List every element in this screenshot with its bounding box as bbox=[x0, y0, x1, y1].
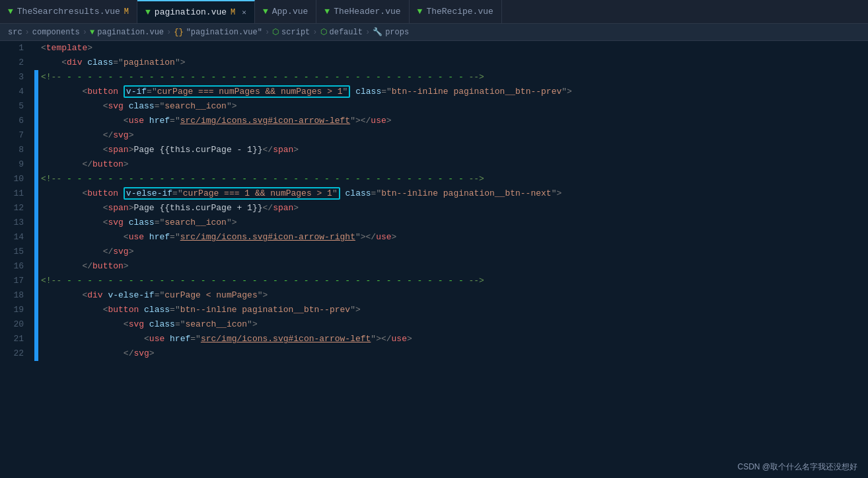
code-line-1: 1 <template> bbox=[0, 41, 868, 56]
line-num-15: 15 bbox=[0, 245, 34, 259]
line-content-16: </button> bbox=[38, 259, 868, 274]
line-num-17: 17 bbox=[0, 274, 34, 288]
line-content-5: <svg class="search__icon"> bbox=[38, 99, 868, 114]
breadcrumb-object-icon: {} bbox=[174, 28, 183, 37]
code-line-16: 16 </button> bbox=[0, 259, 868, 274]
code-line-15: 15 </svg> bbox=[0, 245, 868, 259]
line-content-21: <use href="src/img/icons.svg#icon-arrow-… bbox=[38, 332, 868, 346]
breadcrumb-script: script bbox=[281, 28, 310, 37]
code-line-7: 7 </svg> bbox=[0, 128, 868, 143]
tab-label-header: TheHeader.vue bbox=[334, 7, 400, 17]
code-line-2: 2 <div class="pagination"> bbox=[0, 56, 868, 70]
line-num-6: 6 bbox=[0, 114, 34, 128]
line-num-11: 11 bbox=[0, 186, 34, 201]
line-content-18: <div v-else-if="curPage < numPages"> bbox=[38, 288, 868, 303]
watermark: CSDN @取个什么名字我还没想好 bbox=[737, 461, 857, 473]
line-content-14: <use href="src/img/icons.svg#icon-arrow-… bbox=[38, 230, 868, 245]
code-line-17: 17 <!-- - - - - - - - - - - - - - - - - … bbox=[0, 274, 868, 288]
code-area: 1 <template> 2 <div class="pagination"> … bbox=[0, 41, 868, 478]
line-num-14: 14 bbox=[0, 230, 34, 245]
line-content-4: <button v-if="curPage === numPages && nu… bbox=[38, 85, 868, 99]
breadcrumb-props: props bbox=[385, 28, 409, 37]
line-content-20: <svg class="search__icon"> bbox=[38, 317, 868, 332]
tab-pagination[interactable]: ▼ pagination.vue M ✕ bbox=[137, 0, 255, 23]
tab-recipe[interactable]: ▼ TheRecipe.vue bbox=[410, 0, 502, 23]
line-num-10: 10 bbox=[0, 172, 34, 186]
line-content-13: <svg class="search__icon"> bbox=[38, 216, 868, 230]
line-content-11: <button v-else-if="curPage === 1 && numP… bbox=[38, 186, 868, 201]
line-num-22: 22 bbox=[0, 346, 34, 361]
code-line-3: 3 <!-- - - - - - - - - - - - - - - - - -… bbox=[0, 70, 868, 85]
code-line-22: 22 </svg> bbox=[0, 346, 868, 361]
vue-icon-header: ▼ bbox=[324, 7, 330, 17]
line-num-4: 4 bbox=[0, 85, 34, 99]
code-line-20: 20 <svg class="search__icon"> bbox=[0, 317, 868, 332]
code-line-11: 11 <button v-else-if="curPage === 1 && n… bbox=[0, 186, 868, 201]
tab-app[interactable]: ▼ App.vue bbox=[255, 0, 316, 23]
tab-label-app: App.vue bbox=[272, 7, 308, 17]
vue-icon-recipe: ▼ bbox=[417, 7, 423, 17]
breadcrumb: src › components › ▼ pagination.vue › {}… bbox=[0, 24, 868, 41]
line-num-2: 2 bbox=[0, 56, 34, 70]
code-line-9: 9 </button> bbox=[0, 157, 868, 172]
line-num-7: 7 bbox=[0, 128, 34, 143]
line-num-12: 12 bbox=[0, 201, 34, 216]
code-line-8: 8 <span>Page {{this.curPage - 1}}</span> bbox=[0, 143, 868, 157]
breadcrumb-vue-icon: ▼ bbox=[90, 28, 94, 37]
line-content-10: <!-- - - - - - - - - - - - - - - - - - -… bbox=[38, 172, 868, 186]
tab-label-recipe: TheRecipe.vue bbox=[426, 7, 493, 17]
line-content-3: <!-- - - - - - - - - - - - - - - - - - -… bbox=[38, 70, 868, 85]
breadcrumb-props-icon: 🔧 bbox=[373, 27, 382, 37]
tab-label-search-results: TheSearchresults.vue bbox=[17, 7, 120, 17]
code-line-18: 18 <div v-else-if="curPage < numPages"> bbox=[0, 288, 868, 303]
line-content-7: </svg> bbox=[38, 128, 868, 143]
line-content-19: <button class="btn--inline pagination__b… bbox=[38, 303, 868, 317]
tab-badge-pagination: M bbox=[231, 8, 235, 17]
line-num-16: 16 bbox=[0, 259, 34, 274]
tab-label-pagination: pagination.vue bbox=[155, 7, 227, 17]
tab-badge-search-results: M bbox=[124, 7, 129, 17]
line-num-5: 5 bbox=[0, 99, 34, 114]
breadcrumb-default: default bbox=[330, 28, 363, 37]
code-line-19: 19 <button class="btn--inline pagination… bbox=[0, 303, 868, 317]
line-content-15: </svg> bbox=[38, 245, 868, 259]
tab-search-results[interactable]: ▼ TheSearchresults.vue M bbox=[0, 0, 137, 23]
code-line-4: 4 <button v-if="curPage === numPages && … bbox=[0, 85, 868, 99]
line-num-1: 1 bbox=[0, 41, 34, 56]
vue-icon-search-results: ▼ bbox=[8, 7, 13, 17]
line-num-20: 20 bbox=[0, 317, 34, 332]
breadcrumb-src: src bbox=[8, 28, 22, 37]
breadcrumb-filename: pagination.vue bbox=[97, 28, 164, 37]
tab-close-pagination[interactable]: ✕ bbox=[242, 8, 246, 17]
code-line-10: 10 <!-- - - - - - - - - - - - - - - - - … bbox=[0, 172, 868, 186]
line-content-1: <template> bbox=[38, 41, 868, 56]
line-content-22: </svg> bbox=[38, 346, 868, 361]
line-num-13: 13 bbox=[0, 216, 34, 230]
line-content-9: </button> bbox=[38, 157, 868, 172]
code-line-21: 21 <use href="src/img/icons.svg#icon-arr… bbox=[0, 332, 868, 346]
line-content-2: <div class="pagination"> bbox=[38, 56, 868, 70]
line-content-6: <use href="src/img/icons.svg#icon-arrow-… bbox=[38, 114, 868, 128]
code-line-14: 14 <use href="src/img/icons.svg#icon-arr… bbox=[0, 230, 868, 245]
line-num-3: 3 bbox=[0, 70, 34, 85]
tab-header[interactable]: ▼ TheHeader.vue bbox=[316, 0, 409, 23]
breadcrumb-components: components bbox=[32, 28, 80, 37]
line-num-21: 21 bbox=[0, 332, 34, 346]
vue-icon-app: ▼ bbox=[263, 7, 268, 17]
line-content-8: <span>Page {{this.curPage - 1}}</span> bbox=[38, 143, 868, 157]
line-num-18: 18 bbox=[0, 288, 34, 303]
line-content-12: <span>Page {{this.curPage + 1}}</span> bbox=[38, 201, 868, 216]
breadcrumb-default-icon: ⬡ bbox=[320, 27, 327, 37]
breadcrumb-script-icon: ⬡ bbox=[272, 27, 279, 37]
tab-bar: ▼ TheSearchresults.vue M ▼ pagination.vu… bbox=[0, 0, 868, 24]
line-content-17: <!-- - - - - - - - - - - - - - - - - - -… bbox=[38, 274, 868, 288]
line-num-8: 8 bbox=[0, 143, 34, 157]
code-line-5: 5 <svg class="search__icon"> bbox=[0, 99, 868, 114]
code-line-13: 13 <svg class="search__icon"> bbox=[0, 216, 868, 230]
breadcrumb-quoted: "pagination.vue" bbox=[186, 28, 262, 37]
code-line-6: 6 <use href="src/img/icons.svg#icon-arro… bbox=[0, 114, 868, 128]
vue-icon-pagination: ▼ bbox=[145, 7, 151, 17]
line-num-9: 9 bbox=[0, 157, 34, 172]
code-line-12: 12 <span>Page {{this.curPage + 1}}</span… bbox=[0, 201, 868, 216]
line-num-19: 19 bbox=[0, 303, 34, 317]
